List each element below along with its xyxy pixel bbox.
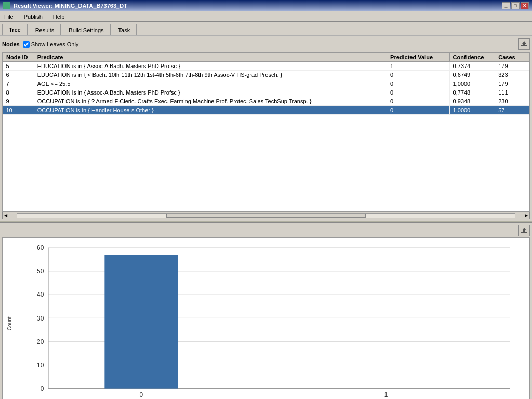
- svg-rect-0: [521, 45, 527, 46]
- svg-text:40: 40: [37, 291, 44, 298]
- cell-predicate: OCCUPATION is in { ? Armed-F Cleric. Cra…: [34, 97, 387, 106]
- table-row[interactable]: 5 EDUCATION is in { Assoc-A Bach. Master…: [3, 62, 529, 71]
- cell-predicate: AGE <= 25.5: [34, 79, 387, 88]
- cell-cases: 179: [495, 79, 529, 88]
- menu-publish[interactable]: Publish: [22, 12, 45, 21]
- col-cases: Cases: [495, 53, 529, 62]
- svg-marker-3: [522, 228, 526, 232]
- show-leaves-checkbox-wrap[interactable]: Show Leaves Only: [23, 41, 79, 48]
- cell-confidence: 0,6749: [449, 71, 495, 79]
- table-body: 5 EDUCATION is in { Assoc-A Bach. Master…: [3, 62, 529, 115]
- cell-confidence: 0,7374: [449, 62, 495, 71]
- cell-cases: 111: [495, 88, 529, 97]
- svg-text:0: 0: [139, 391, 143, 398]
- cell-predicate: EDUCATION is in { Assoc-A Bach. Masters …: [34, 88, 387, 97]
- cell-predicted: 1: [387, 62, 450, 71]
- tab-tree[interactable]: Tree: [2, 24, 28, 35]
- app-icon: [3, 2, 10, 9]
- svg-text:20: 20: [37, 338, 44, 345]
- table-container: Node ID Predicate Predicted Value Confid…: [2, 52, 530, 211]
- cell-cases: 230: [495, 97, 529, 106]
- scroll-thumb[interactable]: [166, 214, 365, 218]
- svg-text:50: 50: [37, 268, 44, 275]
- cell-node-id: 6: [3, 71, 34, 79]
- top-panel: Nodes Show Leaves Only Node ID Predicate…: [0, 36, 532, 221]
- col-confidence: Confidence: [449, 53, 495, 62]
- table-row[interactable]: 9 OCCUPATION is in { ? Armed-F Cleric. C…: [3, 97, 529, 106]
- tab-results[interactable]: Results: [29, 24, 61, 35]
- title-bar: Result Viewer: MINING_DATA_B73763_DT _ □…: [0, 0, 532, 11]
- table-row[interactable]: 8 EDUCATION is in { Assoc-A Bach. Master…: [3, 88, 529, 97]
- cell-predicted: 0: [387, 106, 450, 115]
- menu-help[interactable]: Help: [51, 12, 67, 21]
- minimize-button[interactable]: _: [502, 2, 510, 9]
- nodes-row: Nodes Show Leaves Only: [2, 38, 530, 50]
- show-leaves-checkbox[interactable]: [23, 41, 30, 48]
- cell-confidence: 0,7748: [449, 88, 495, 97]
- cell-predicate: OCCUPATION is in { Handler House-s Other…: [34, 106, 387, 115]
- bar-0: [104, 255, 178, 388]
- close-button[interactable]: ✕: [521, 2, 529, 9]
- cell-node-id: 5: [3, 62, 34, 71]
- cell-cases: 179: [495, 62, 529, 71]
- horizontal-scrollbar[interactable]: ◀ ▶: [2, 211, 530, 219]
- table-header-row: Node ID Predicate Predicted Value Confid…: [3, 53, 529, 62]
- cell-predicted: 0: [387, 79, 450, 88]
- export-icon: [520, 40, 528, 48]
- title-bar-buttons: _ □ ✕: [502, 2, 529, 9]
- main-tabs-bar: Tree Results Build Settings Task: [0, 22, 532, 36]
- chart-area: Count: [2, 237, 530, 399]
- table-row[interactable]: 10 OCCUPATION is in { Handler House-s Ot…: [3, 106, 529, 115]
- cell-confidence: 1,0000: [449, 79, 495, 88]
- scroll-left-button[interactable]: ◀: [2, 212, 9, 219]
- table-row[interactable]: 6 EDUCATION is in { < Bach. 10th 11th 12…: [3, 71, 529, 79]
- table-row[interactable]: 7 AGE <= 25.5 0 1,0000 179: [3, 79, 529, 88]
- cell-predicate: EDUCATION is in { Assoc-A Bach. Masters …: [34, 62, 387, 71]
- col-predicted-value: Predicted Value: [387, 53, 450, 62]
- scroll-track[interactable]: [17, 213, 515, 218]
- menu-file[interactable]: File: [2, 12, 16, 21]
- col-node-id: Node ID: [3, 53, 34, 62]
- chart-inner: Count: [7, 242, 521, 399]
- cell-cases: 57: [495, 106, 529, 115]
- tab-task[interactable]: Task: [112, 24, 137, 35]
- chart-toolbar: [2, 225, 530, 236]
- scroll-right-button[interactable]: ▶: [523, 212, 530, 219]
- data-table: Node ID Predicate Predicted Value Confid…: [3, 52, 529, 115]
- svg-text:60: 60: [37, 244, 44, 251]
- cell-predicted: 0: [387, 97, 450, 106]
- cell-confidence: 0,9348: [449, 97, 495, 106]
- svg-text:0: 0: [41, 385, 44, 392]
- cell-predicate: EDUCATION is in { < Bach. 10th 11th 12th…: [34, 71, 387, 79]
- svg-marker-1: [522, 41, 526, 45]
- tab-build-settings[interactable]: Build Settings: [62, 24, 110, 35]
- y-axis-label: Count: [7, 242, 12, 399]
- chart-svg: 60 50 40 30 20 10 0 0 1: [15, 242, 521, 399]
- menu-bar: File Publish Help: [0, 11, 532, 22]
- svg-text:30: 30: [37, 315, 44, 322]
- export-button[interactable]: [518, 38, 530, 50]
- svg-text:10: 10: [37, 362, 44, 369]
- cell-node-id: 8: [3, 88, 34, 97]
- cell-cases: 323: [495, 71, 529, 79]
- cell-node-id: 10: [3, 106, 34, 115]
- maximize-button[interactable]: □: [511, 2, 520, 9]
- cell-predicted: 0: [387, 71, 450, 79]
- bottom-panel: Count: [0, 223, 532, 399]
- chart-export-button[interactable]: [518, 225, 530, 236]
- col-predicate: Predicate: [34, 53, 387, 62]
- svg-rect-2: [521, 232, 527, 233]
- cell-confidence: 1,0000: [449, 106, 495, 115]
- cell-node-id: 7: [3, 79, 34, 88]
- chart-export-icon: [520, 227, 528, 235]
- nodes-label: Nodes: [2, 41, 20, 47]
- window-title: Result Viewer: MINING_DATA_B73763_DT: [14, 3, 127, 9]
- svg-text:1: 1: [384, 391, 388, 398]
- cell-predicted: 0: [387, 88, 450, 97]
- cell-node-id: 9: [3, 97, 34, 106]
- show-leaves-label: Show Leaves Only: [31, 41, 79, 47]
